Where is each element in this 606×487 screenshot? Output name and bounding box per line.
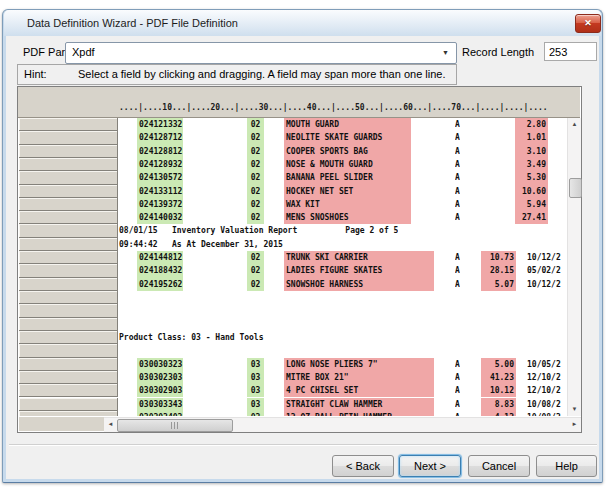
field-description[interactable]: COOPER SPORTS BAG: [284, 145, 411, 158]
field-description[interactable]: STRAIGHT CLAW HAMMER: [284, 398, 434, 411]
field-item-number[interactable]: 024144812: [137, 251, 183, 264]
field-item-number[interactable]: 030030323: [137, 358, 183, 371]
field-class[interactable]: 03: [247, 411, 264, 416]
field-price[interactable]: 2.80: [515, 118, 548, 131]
field-class[interactable]: 03: [247, 384, 264, 397]
row-header-cell[interactable]: [19, 251, 118, 264]
row-header-cell[interactable]: [19, 371, 118, 384]
row-header-cell[interactable]: [19, 131, 118, 144]
row-header-cell[interactable]: [19, 331, 118, 344]
field-price[interactable]: 4.12: [481, 411, 516, 416]
field-description[interactable]: BANANA PEEL SLIDER: [284, 171, 411, 184]
row-header-cell[interactable]: [19, 291, 118, 304]
field-item-number[interactable]: 024188432: [137, 264, 183, 277]
field-item-number[interactable]: 024133112: [137, 185, 183, 198]
row-header-cell[interactable]: [19, 264, 118, 277]
scroll-left-icon[interactable]: ◄: [104, 418, 117, 431]
field-item-number[interactable]: 024128812: [137, 145, 183, 158]
cancel-button[interactable]: Cancel: [468, 455, 530, 477]
row-header-cell[interactable]: [19, 145, 118, 158]
field-description[interactable]: NOSE & MOUTH GUARD: [284, 158, 411, 171]
report-pane[interactable]: ....|....10...|....20...|....30...|....4…: [17, 86, 582, 433]
field-description[interactable]: MOUTH GUARD: [284, 118, 411, 131]
help-button[interactable]: Help: [536, 455, 597, 477]
field-item-number[interactable]: 024140032: [137, 211, 183, 224]
next-button[interactable]: Next >: [399, 455, 461, 477]
field-class[interactable]: 03: [247, 371, 264, 384]
field-price[interactable]: 5.94: [515, 198, 548, 211]
horizontal-scrollbar[interactable]: ◄ ►: [104, 417, 581, 432]
row-header-cell[interactable]: [19, 318, 118, 331]
field-class[interactable]: 03: [247, 358, 264, 371]
field-class[interactable]: 02: [247, 118, 264, 131]
field-item-number[interactable]: 030302903: [137, 384, 183, 397]
field-description[interactable]: 4 PC CHISEL SET: [284, 384, 434, 397]
field-class[interactable]: 02: [247, 185, 264, 198]
scroll-down-icon[interactable]: ▼: [568, 403, 581, 416]
h-scroll-thumb[interactable]: [117, 419, 233, 432]
field-item-number[interactable]: 024121332: [137, 118, 183, 131]
field-class[interactable]: 02: [247, 198, 264, 211]
field-price[interactable]: 1.01: [515, 131, 548, 144]
row-header-cell[interactable]: [19, 304, 118, 317]
field-price[interactable]: 27.41: [515, 211, 548, 224]
field-class[interactable]: 02: [247, 131, 264, 144]
field-price[interactable]: 10.73: [481, 251, 516, 264]
field-class[interactable]: 02: [247, 158, 264, 171]
scroll-right-icon[interactable]: ►: [568, 418, 581, 431]
field-description[interactable]: TRUNK SKI CARRIER: [284, 251, 434, 264]
field-price[interactable]: 3.49: [515, 158, 548, 171]
field-class[interactable]: 02: [247, 251, 264, 264]
field-item-number[interactable]: 030303403: [137, 411, 183, 416]
field-item-number[interactable]: 024128712: [137, 131, 183, 144]
field-description[interactable]: WAX KIT: [284, 198, 411, 211]
field-price[interactable]: 28.15: [481, 264, 516, 277]
field-item-number[interactable]: 024130572: [137, 171, 183, 184]
row-header-cell[interactable]: [19, 211, 118, 224]
field-description[interactable]: MENS SNOSHOES: [284, 211, 411, 224]
field-item-number[interactable]: 024195262: [137, 278, 183, 291]
row-header-cell[interactable]: [19, 278, 118, 291]
field-price[interactable]: 41.23: [481, 371, 516, 384]
field-class[interactable]: 02: [247, 145, 264, 158]
field-item-number[interactable]: 024128932: [137, 158, 183, 171]
v-scroll-thumb[interactable]: [569, 178, 582, 198]
field-item-number[interactable]: 024139372: [137, 198, 183, 211]
row-header-cell[interactable]: [19, 198, 118, 211]
field-price[interactable]: 3.10: [515, 145, 548, 158]
scroll-up-icon[interactable]: ▲: [568, 118, 581, 131]
field-price[interactable]: 10.60: [515, 185, 548, 198]
back-button[interactable]: < Back: [332, 455, 394, 477]
field-class[interactable]: 02: [247, 171, 264, 184]
row-header-cell[interactable]: [19, 238, 118, 251]
vertical-scrollbar[interactable]: ▲ ▼: [567, 118, 581, 416]
field-price[interactable]: 8.83: [481, 398, 516, 411]
row-header-cell[interactable]: [19, 358, 118, 371]
pdf-parser-select[interactable]: Xpdf ▼: [65, 42, 457, 64]
field-class[interactable]: 02: [247, 264, 264, 277]
field-description[interactable]: LONG NOSE PLIERS 7": [284, 358, 434, 371]
field-description[interactable]: 12 OZ BALL PEIN HAMMER: [284, 411, 434, 416]
row-header-cell[interactable]: [19, 171, 118, 184]
field-description[interactable]: LADIES FIGURE SKATES: [284, 264, 434, 277]
field-description[interactable]: MITRE BOX 21": [284, 371, 434, 384]
field-price[interactable]: 10.12: [481, 384, 516, 397]
field-class[interactable]: 03: [247, 398, 264, 411]
row-header-cell[interactable]: [19, 411, 118, 416]
field-description[interactable]: HOCKEY NET SET: [284, 185, 411, 198]
row-header-cell[interactable]: [19, 118, 118, 131]
record-length-input[interactable]: [544, 42, 597, 61]
field-price[interactable]: 5.00: [481, 358, 516, 371]
field-class[interactable]: 02: [247, 211, 264, 224]
field-price[interactable]: 5.30: [515, 171, 548, 184]
field-item-number[interactable]: 030302303: [137, 371, 183, 384]
row-header-cell[interactable]: [19, 224, 118, 237]
row-header-cell[interactable]: [19, 158, 118, 171]
field-class[interactable]: 02: [247, 278, 264, 291]
row-header-cell[interactable]: [19, 398, 118, 411]
field-description[interactable]: SNOWSHOE HARNESS: [284, 278, 434, 291]
report-rows[interactable]: 02412133202MOUTH GUARDA2.8002412871202NE…: [18, 118, 566, 416]
row-header-cell[interactable]: [19, 344, 118, 357]
field-item-number[interactable]: 030303343: [137, 398, 183, 411]
field-price[interactable]: 5.07: [481, 278, 516, 291]
